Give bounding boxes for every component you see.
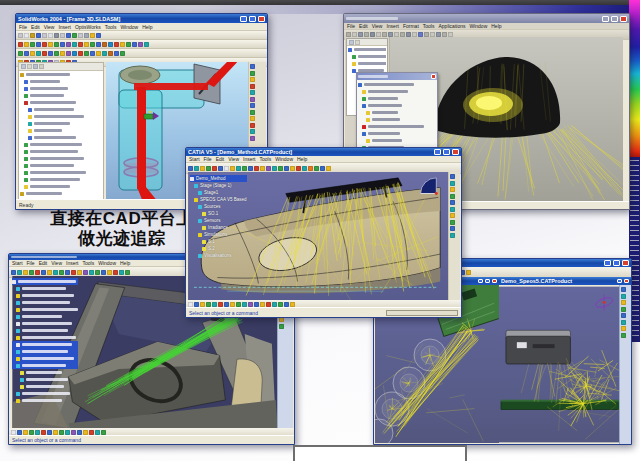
tree-item[interactable]	[12, 390, 78, 397]
menu-item[interactable]: Start	[12, 260, 23, 266]
tree-item[interactable]: Simulations	[190, 231, 247, 238]
menu-item[interactable]: Edit	[216, 156, 225, 162]
toolbar-icon[interactable]	[23, 270, 28, 275]
toolbar-icon[interactable]	[119, 270, 124, 275]
toolbar-icon[interactable]	[355, 40, 360, 45]
menu-item[interactable]: Tools	[83, 260, 95, 266]
tree-item[interactable]	[358, 109, 436, 116]
menu-item[interactable]: View	[372, 23, 383, 29]
tree-item[interactable]	[12, 327, 78, 334]
minimize-button[interactable]	[240, 16, 247, 22]
toolbar-icon[interactable]	[254, 166, 259, 171]
tree-item[interactable]	[20, 127, 102, 134]
toolbar-icon[interactable]	[250, 103, 255, 108]
tree-item[interactable]	[20, 176, 102, 183]
close-button[interactable]	[452, 149, 459, 155]
toolbar-icon[interactable]	[621, 287, 626, 292]
toolbar-icon[interactable]	[250, 110, 255, 115]
toolbar-icon[interactable]	[102, 51, 107, 56]
tree-item[interactable]: S.1	[190, 238, 247, 245]
toolbar-icon[interactable]	[450, 194, 455, 199]
toolbar-icon[interactable]	[107, 270, 112, 275]
toolbar-icon[interactable]	[24, 33, 29, 38]
toolbar-icon[interactable]	[206, 166, 211, 171]
toolbar-icon[interactable]	[71, 270, 76, 275]
tree-item[interactable]	[20, 141, 102, 148]
tree-item[interactable]: SO.1	[190, 210, 247, 217]
menu-item[interactable]: Insert	[386, 23, 399, 29]
tree-item[interactable]	[348, 53, 386, 60]
toolbar-icon[interactable]	[349, 40, 354, 45]
menu-item[interactable]: File	[204, 156, 212, 162]
toolbar-icon[interactable]	[96, 33, 101, 38]
tree-item[interactable]	[20, 78, 102, 85]
toolbar-icon[interactable]	[200, 166, 205, 171]
toolbar-icon[interactable]	[242, 166, 247, 171]
toolbar-icon[interactable]	[248, 166, 253, 171]
toolbar-icon[interactable]	[17, 270, 22, 275]
child-minimize-button[interactable]	[478, 279, 483, 284]
toolbar-icon[interactable]	[188, 166, 193, 171]
toolbar-icon[interactable]	[84, 33, 89, 38]
toolbar-icon[interactable]	[450, 233, 455, 238]
toolbar-icon[interactable]	[120, 42, 125, 47]
close-button[interactable]	[620, 16, 627, 22]
toolbar-icon[interactable]	[36, 51, 41, 56]
toolbar-icon[interactable]	[11, 270, 16, 275]
toolbar-icon[interactable]	[302, 166, 307, 171]
toolbar-icon[interactable]	[224, 166, 229, 171]
toolbar-icon[interactable]	[138, 42, 143, 47]
toolbar-icon[interactable]	[90, 51, 95, 56]
toolbar-icon[interactable]	[84, 42, 89, 47]
menu-item[interactable]: Edit	[39, 260, 48, 266]
tree-item[interactable]	[20, 120, 102, 127]
menu-item[interactable]: View	[51, 260, 62, 266]
tree-item[interactable]	[358, 130, 436, 137]
toolbar-icon[interactable]	[18, 51, 23, 56]
toolbar-icon[interactable]	[65, 270, 70, 275]
toolbar-icon[interactable]	[113, 270, 118, 275]
dialog-titlebar[interactable]	[357, 73, 437, 80]
toolbar-icon[interactable]	[66, 33, 71, 38]
toolbar-icon[interactable]	[24, 51, 29, 56]
toolbar-icon[interactable]	[78, 42, 83, 47]
tree-item[interactable]	[348, 60, 386, 67]
tree-item[interactable]: S.2	[190, 245, 247, 252]
toolbar-icon[interactable]	[272, 166, 277, 171]
menu-item[interactable]: OptisWorks	[75, 24, 101, 30]
toolbar-icon[interactable]	[96, 42, 101, 47]
toolbar-icon[interactable]	[296, 166, 301, 171]
toolbar-icon[interactable]	[60, 42, 65, 47]
toolbar-icon[interactable]	[30, 42, 35, 47]
menu-item[interactable]: View	[228, 156, 239, 162]
tree-item[interactable]	[12, 320, 78, 327]
menu-item[interactable]: View	[44, 24, 55, 30]
tree-item[interactable]	[12, 376, 78, 383]
toolbar-icon[interactable]	[250, 116, 255, 121]
tree-item[interactable]	[12, 397, 78, 404]
toolbar-icon[interactable]	[59, 270, 64, 275]
toolbar-icon[interactable]	[18, 42, 23, 47]
toolbar-icon[interactable]	[101, 270, 106, 275]
child-maximize-button[interactable]	[485, 279, 490, 284]
toolbar-icon[interactable]	[621, 326, 626, 331]
tree-item[interactable]	[12, 383, 78, 390]
toolbar-icon[interactable]	[250, 64, 255, 69]
toolbar-icon[interactable]	[290, 166, 295, 171]
menu-item[interactable]: Tools	[260, 156, 272, 162]
tree-item[interactable]	[20, 92, 102, 99]
window-titlebar[interactable]: SolidWorks 2004 - [Frame 3D.SLDASM]	[16, 14, 267, 23]
menu-item[interactable]: File	[27, 260, 35, 266]
toolbar-icon[interactable]	[114, 42, 119, 47]
toolbar-icon[interactable]	[250, 123, 255, 128]
menu-item[interactable]: Help	[120, 260, 130, 266]
toolbar-icon[interactable]	[314, 166, 319, 171]
toolbar-icon[interactable]	[450, 181, 455, 186]
child-minimize-button[interactable]	[617, 279, 622, 284]
tree-item[interactable]	[20, 183, 102, 190]
toolbar-icon[interactable]	[260, 166, 265, 171]
toolbar-icon[interactable]	[42, 42, 47, 47]
toolbar-icon[interactable]	[621, 320, 626, 325]
tree-item[interactable]	[12, 341, 78, 348]
toolbar-icon[interactable]	[54, 33, 59, 38]
